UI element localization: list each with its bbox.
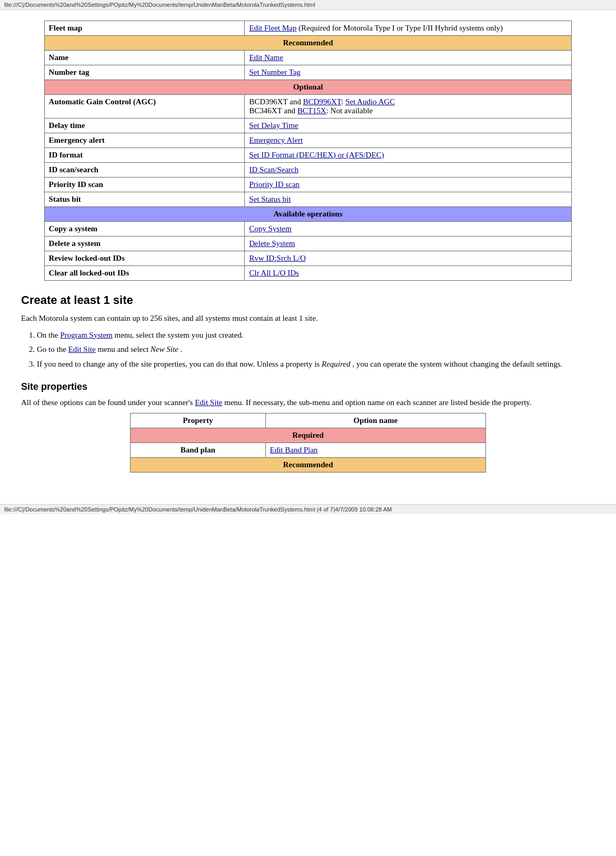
set-number-tag-link[interactable]: Set Number Tag	[249, 68, 301, 76]
table-row: Clear all locked-out IDs Clr All L/O IDs	[44, 266, 572, 281]
copy-system-value: Copy System	[245, 222, 572, 237]
list-item: Go to the Edit Site menu and select New …	[37, 343, 595, 357]
site-intro-before: All of these options can be found under …	[21, 398, 195, 407]
table-row: Number tag Set Number Tag	[44, 65, 572, 80]
id-scan-value: ID Scan/Search	[245, 163, 572, 178]
create-site-steps: On the Program System menu, select the s…	[37, 329, 595, 371]
fleet-map-value: Edit Fleet Map (Required for Motorola Ty…	[245, 21, 572, 36]
create-site-intro: Each Motorola system can contain up to 2…	[21, 312, 595, 324]
create-site-heading: Create at least 1 site	[21, 293, 595, 307]
table-row: Band plan Edit Band Plan	[131, 442, 486, 457]
delete-system-label: Delete a system	[44, 237, 245, 251]
table-row: Emergency alert Emergency Alert	[44, 133, 572, 148]
required-header-row: Required	[131, 428, 486, 442]
table-row: ID scan/search ID Scan/Search	[44, 163, 572, 178]
available-header-row: Available operations	[44, 207, 572, 222]
review-locked-value: Rvw ID:Srch L/O	[245, 251, 572, 266]
table-row: Priority ID scan Priority ID scan	[44, 178, 572, 192]
status-bit-label: Status bit	[44, 192, 245, 207]
browser-url-bar: file:///C|/Documents%20and%20Settings/PO…	[0, 0, 616, 10]
band-plan-value: Edit Band Plan	[265, 442, 485, 457]
table-row: Status bit Set Status bit	[44, 192, 572, 207]
delay-time-label: Delay time	[44, 119, 245, 133]
recommended-header: Recommended	[44, 36, 572, 51]
fleet-map-note: (Required for Motorola Type I or Type I/…	[299, 24, 503, 32]
delete-system-value: Delete System	[245, 237, 572, 251]
edit-fleet-map-link[interactable]: Edit Fleet Map	[249, 24, 296, 32]
optional-header: Optional	[44, 80, 572, 95]
table-row: Name Edit Name	[44, 51, 572, 65]
recommended-header-row: Recommended	[44, 36, 572, 51]
fleet-map-label: Fleet map	[44, 21, 245, 36]
list-item: On the Program System menu, select the s…	[37, 329, 595, 342]
emergency-alert-label: Emergency alert	[44, 133, 245, 148]
priority-id-scan-label: Priority ID scan	[44, 178, 245, 192]
bct15x-link[interactable]: BCT15X	[297, 106, 326, 115]
main-content: Fleet map Edit Fleet Map (Required for M…	[0, 10, 616, 494]
id-format-value: Set ID Format (DEC/HEX) or (AFS/DEC)	[245, 148, 572, 163]
agc-line2: BC346XT and BCT15X: Not available	[249, 106, 373, 115]
bottom-bar: file:///C|/Documents%20and%20Settings/PO…	[0, 504, 616, 514]
delay-time-value: Set Delay Time	[245, 119, 572, 133]
set-delay-time-link[interactable]: Set Delay Time	[249, 121, 298, 130]
site-properties-intro: All of these options can be found under …	[21, 397, 595, 409]
band-plan-label: Band plan	[131, 442, 265, 457]
recommended-header2: Recommended	[131, 457, 486, 472]
step1-text: On the Program System menu, select the s…	[37, 331, 243, 339]
step2-text: Go to the Edit Site menu and select New …	[37, 345, 182, 353]
bcd996xt-link[interactable]: BCD996XT	[303, 97, 342, 106]
edit-name-link[interactable]: Edit Name	[249, 53, 283, 62]
table-row: Automatic Gain Control (AGC) BCD396XT an…	[44, 95, 572, 119]
priority-id-scan-value: Priority ID scan	[245, 178, 572, 192]
option-name-column-header: Option name	[265, 413, 485, 428]
copy-system-link[interactable]: Copy System	[249, 224, 291, 233]
site-intro-after: menu. If necessary, the sub-menu and opt…	[222, 398, 531, 407]
list-item: If you need to change any of the site pr…	[37, 358, 595, 371]
name-label: Name	[44, 51, 245, 65]
step3-text: If you need to change any of the site pr…	[37, 360, 562, 368]
set-status-bit-link[interactable]: Set Status bit	[249, 195, 291, 203]
rvw-id-srch-link[interactable]: Rvw ID:Srch L/O	[249, 254, 306, 262]
clear-locked-value: Clr All L/O IDs	[245, 266, 572, 281]
site-properties-heading: Site properties	[21, 381, 595, 392]
delete-system-link[interactable]: Delete System	[249, 239, 295, 248]
review-locked-label: Review locked-out IDs	[44, 251, 245, 266]
clr-all-lo-link[interactable]: Clr All L/O IDs	[249, 269, 299, 277]
id-scan-label: ID scan/search	[44, 163, 245, 178]
property-column-header: Property	[131, 413, 265, 428]
table-row: ID format Set ID Format (DEC/HEX) or (AF…	[44, 148, 572, 163]
table-row: Delete a system Delete System	[44, 237, 572, 251]
edit-site-link1[interactable]: Edit Site	[68, 345, 96, 353]
table-row: Review locked-out IDs Rvw ID:Srch L/O	[44, 251, 572, 266]
agc-value: BCD396XT and BCD996XT: Set Audio AGC BC3…	[245, 95, 572, 119]
status-bit-value: Set Status bit	[245, 192, 572, 207]
emergency-alert-value: Emergency Alert	[245, 133, 572, 148]
table-row: Fleet map Edit Fleet Map (Required for M…	[44, 21, 572, 36]
agc-line1: BCD396XT and BCD996XT: Set Audio AGC	[249, 97, 395, 106]
clear-locked-label: Clear all locked-out IDs	[44, 266, 245, 281]
available-operations-header: Available operations	[44, 207, 572, 222]
copy-system-label: Copy a system	[44, 222, 245, 237]
recommended-header-row2: Recommended	[131, 457, 486, 472]
edit-site-link2[interactable]: Edit Site	[195, 398, 222, 407]
table-row: Delay time Set Delay Time	[44, 119, 572, 133]
edit-band-plan-link[interactable]: Edit Band Plan	[270, 446, 318, 454]
system-properties-table: Fleet map Edit Fleet Map (Required for M…	[44, 21, 572, 281]
priority-id-scan-link[interactable]: Priority ID scan	[249, 180, 300, 189]
optional-header-row: Optional	[44, 80, 572, 95]
emergency-alert-link[interactable]: Emergency Alert	[249, 136, 303, 144]
site-properties-table: Property Option name Required Band plan …	[130, 413, 486, 473]
id-format-label: ID format	[44, 148, 245, 163]
required-header: Required	[131, 428, 486, 442]
set-audio-agc-link[interactable]: Set Audio AGC	[345, 97, 395, 106]
program-system-link[interactable]: Program System	[60, 331, 113, 339]
id-scan-search-link[interactable]: ID Scan/Search	[249, 165, 299, 174]
number-tag-value: Set Number Tag	[245, 65, 572, 80]
table-row: Copy a system Copy System	[44, 222, 572, 237]
number-tag-label: Number tag	[44, 65, 245, 80]
site-table-header-row: Property Option name	[131, 413, 486, 428]
name-value: Edit Name	[245, 51, 572, 65]
set-id-format-link[interactable]: Set ID Format (DEC/HEX) or (AFS/DEC)	[249, 151, 384, 159]
agc-label: Automatic Gain Control (AGC)	[44, 95, 245, 119]
